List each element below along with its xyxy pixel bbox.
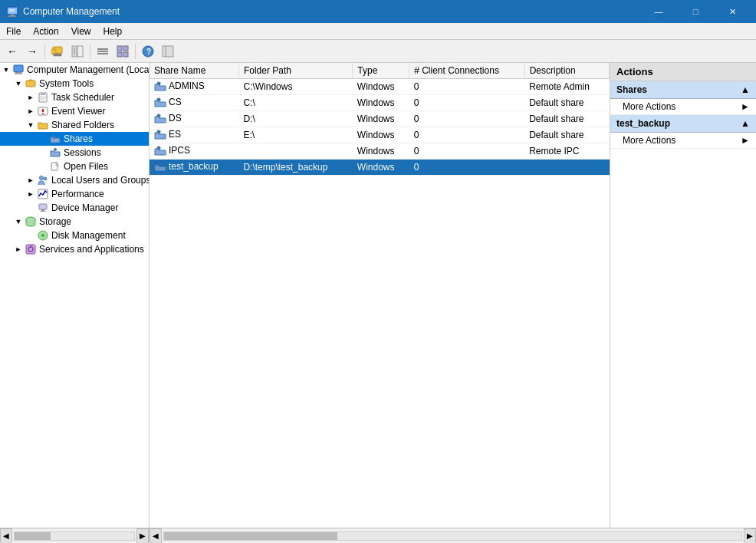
local-users-icon: [37, 174, 49, 186]
up-button[interactable]: [48, 43, 67, 60]
tree-node-services[interactable]: ► Services and Applications: [0, 242, 149, 256]
tree-node-local-users[interactable]: ► Local Users and Groups: [0, 173, 149, 187]
tree-row-performance[interactable]: ► Performance: [0, 187, 149, 201]
minimize-button[interactable]: —: [641, 0, 676, 23]
svg-point-55: [157, 163, 161, 166]
cell-share-name: test_backup: [150, 160, 238, 176]
menu-help[interactable]: Help: [97, 23, 129, 39]
tree-node-task-scheduler[interactable]: ► Task Scheduler: [0, 90, 149, 104]
tree-row-system-tools[interactable]: ▼ System Tools: [0, 77, 149, 90]
center-scroll-track[interactable]: [163, 531, 742, 541]
test-backup-more-actions-label: More Actions: [623, 135, 675, 146]
left-scroll-left[interactable]: ◀: [0, 528, 12, 544]
tree-node-device-manager[interactable]: Device Manager: [0, 201, 149, 215]
tree-row-event-viewer[interactable]: ► Event Viewer: [0, 104, 149, 118]
toolbar-btn-3[interactable]: [94, 43, 112, 60]
actions-section-shares-chevron: ▲: [741, 84, 750, 95]
menu-file[interactable]: File: [0, 23, 27, 39]
expander-performance[interactable]: ►: [25, 188, 37, 200]
expander-event-viewer[interactable]: ►: [25, 105, 37, 117]
tree-row-root[interactable]: ▼ Computer Management (Local: [0, 63, 149, 77]
tree-row-local-users[interactable]: ► Local Users and Groups: [0, 173, 149, 187]
forward-button[interactable]: →: [23, 43, 41, 60]
tree-node-shared-folders[interactable]: ▼ Shared Folders: [0, 118, 149, 173]
tree-label-disk-management: Disk Management: [51, 230, 126, 241]
tree-node-disk-management[interactable]: Disk Management: [0, 229, 149, 242]
menu-view[interactable]: View: [65, 23, 97, 39]
expander-services[interactable]: ►: [12, 243, 25, 255]
left-scroll-right[interactable]: ▶: [136, 528, 149, 544]
col-header-type[interactable]: Type: [353, 63, 409, 79]
center-pane[interactable]: Share Name Folder Path Type # Client Con…: [150, 63, 610, 528]
col-header-connections[interactable]: # Client Connections: [409, 63, 524, 79]
back-button[interactable]: ←: [3, 43, 21, 60]
expander-system-tools[interactable]: ▼: [12, 77, 25, 90]
cell-description: Default share: [524, 95, 609, 111]
actions-section-test-backup[interactable]: test_backup ▲: [610, 115, 756, 133]
tree-row-shares[interactable]: Shares: [0, 132, 149, 146]
table-row[interactable]: CS C:\ Windows 0 Default share: [150, 95, 610, 111]
storage-icon: [25, 216, 37, 228]
tree-row-open-files[interactable]: Open Files: [0, 160, 149, 173]
expander-root[interactable]: ▼: [0, 64, 12, 76]
actions-section-shares[interactable]: Shares ▲: [610, 81, 756, 99]
table-row[interactable]: DS D:\ Windows 0 Default share: [150, 111, 610, 127]
show-hide-tree-button[interactable]: [68, 43, 87, 60]
menu-action[interactable]: Action: [27, 23, 64, 39]
left-scroll-thumb[interactable]: [15, 532, 51, 540]
table-row[interactable]: test_backup D:\temp\test_backup Windows …: [150, 160, 610, 176]
tree-pane[interactable]: ▼ Computer Management (Local ▼ System To…: [0, 63, 150, 528]
svg-point-34: [52, 135, 55, 138]
window-title: Computer Management: [23, 6, 641, 17]
center-scroll-right[interactable]: ▶: [744, 528, 756, 544]
center-scroll-left[interactable]: ◀: [150, 528, 162, 544]
cell-type: Windows: [353, 95, 409, 111]
share-row-icon: [154, 113, 166, 125]
tree-node-sessions[interactable]: Sessions: [0, 146, 149, 160]
center-scroll-thumb[interactable]: [164, 532, 337, 540]
close-button[interactable]: ✕: [715, 0, 750, 23]
table-row[interactable]: ES E:\ Windows 0 Default share: [150, 127, 610, 143]
help-button[interactable]: ?: [139, 43, 157, 60]
col-header-description[interactable]: Description: [524, 63, 609, 79]
test-backup-more-actions[interactable]: More Actions ►: [610, 133, 756, 149]
tree-row-task-scheduler[interactable]: ► Task Scheduler: [0, 90, 149, 104]
table-header-row: Share Name Folder Path Type # Client Con…: [150, 63, 610, 79]
expander-local-users[interactable]: ►: [25, 174, 37, 186]
actions-header: Actions: [610, 63, 756, 81]
col-header-share-name[interactable]: Share Name: [150, 63, 238, 79]
left-scroll-track[interactable]: [14, 531, 135, 541]
tree-node-system-tools[interactable]: ▼ System Tools ► Task Sche: [0, 77, 149, 215]
cell-description: [524, 160, 609, 176]
svg-rect-23: [16, 72, 21, 73]
tree-row-shared-folders[interactable]: ▼ Shared Folders: [0, 118, 149, 132]
sessions-icon: [49, 146, 61, 159]
tree-label-open-files: Open Files: [64, 161, 108, 172]
expander-task-scheduler[interactable]: ►: [25, 91, 37, 104]
tree-row-storage[interactable]: ▼ Storage: [0, 215, 149, 229]
expander-storage[interactable]: ▼: [12, 216, 25, 228]
tree-node-open-files[interactable]: Open Files: [0, 160, 149, 173]
shares-more-actions[interactable]: More Actions ►: [610, 99, 756, 115]
svg-point-51: [157, 98, 161, 102]
svg-rect-16: [117, 52, 122, 57]
menu-bar: File Action View Help: [0, 23, 756, 40]
toolbar-btn-extra[interactable]: [159, 43, 177, 60]
tree-row-device-manager[interactable]: Device Manager: [0, 201, 149, 215]
tree-node-event-viewer[interactable]: ► Event Viewer: [0, 104, 149, 118]
table-row[interactable]: IPCS Windows 0 Remote IPC: [150, 143, 610, 160]
table-row[interactable]: ADMINS C:\Windows Windows 0 Remote Admin: [150, 79, 610, 95]
toolbar-btn-4[interactable]: [113, 43, 132, 60]
expander-open-files: [37, 160, 49, 173]
tree-node-root[interactable]: ▼ Computer Management (Local ▼ System To…: [0, 63, 149, 256]
tree-node-shares[interactable]: Shares: [0, 132, 149, 146]
tree-row-disk-management[interactable]: Disk Management: [0, 229, 149, 242]
tree-node-performance[interactable]: ► Performance: [0, 187, 149, 201]
computer-icon: [12, 64, 25, 76]
maximize-button[interactable]: □: [678, 0, 713, 23]
tree-row-services[interactable]: ► Services and Applications: [0, 242, 149, 256]
expander-shared-folders[interactable]: ▼: [25, 119, 37, 131]
tree-node-storage[interactable]: ▼ Storage Disk Management: [0, 215, 149, 242]
tree-row-sessions[interactable]: Sessions: [0, 146, 149, 160]
col-header-folder-path[interactable]: Folder Path: [238, 63, 352, 79]
